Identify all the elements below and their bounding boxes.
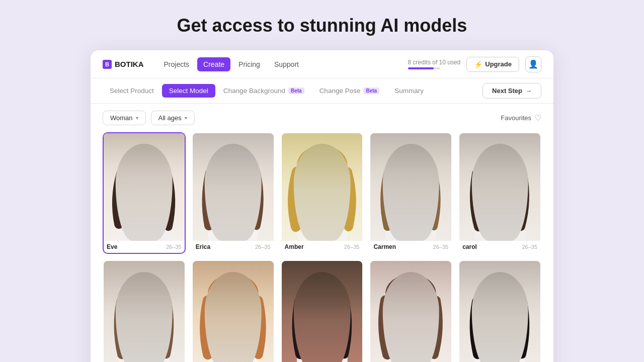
svg-point-29 <box>401 182 405 186</box>
tab-change-background[interactable]: Change Background Beta <box>216 84 311 98</box>
svg-point-6 <box>148 182 155 187</box>
model-card-bar[interactable]: bar 26–35 <box>369 260 452 362</box>
model-img-britta <box>193 261 274 362</box>
models-grid: Eve 26–35 <box>91 132 553 362</box>
model-info-erica: Erica 26–35 <box>193 241 274 253</box>
tab-change-pose-label: Change Pose <box>319 87 361 95</box>
tab-select-product-label: Select Product <box>110 87 154 95</box>
nav-support[interactable]: Support <box>268 57 305 71</box>
logo-icon <box>103 60 112 69</box>
model-img-erica <box>193 133 274 241</box>
nav-projects[interactable]: Projects <box>158 57 196 71</box>
next-step-arrow-icon: → <box>525 87 532 95</box>
model-img-bar <box>370 261 451 362</box>
user-icon-button[interactable]: 👤 <box>525 56 541 72</box>
logo-text: BOTIKA <box>115 60 144 68</box>
svg-point-69 <box>400 310 405 314</box>
svg-point-62 <box>327 309 334 314</box>
svg-point-23 <box>329 182 333 186</box>
model-info-amber: Amber 26–35 <box>282 241 363 253</box>
svg-rect-48 <box>208 332 258 362</box>
model-age-erica: 26–35 <box>255 244 271 250</box>
tab-select-model-label: Select Model <box>169 87 208 95</box>
svg-point-45 <box>134 310 138 314</box>
step-tabs: Select Product Select Model Change Backg… <box>91 78 553 104</box>
age-filter[interactable]: All ages ▾ <box>151 111 195 125</box>
svg-point-15 <box>239 183 243 187</box>
favourites-label: Favourites <box>501 114 531 122</box>
upgrade-icon: ⚡ <box>474 60 482 68</box>
model-card-emma[interactable]: emma 26–35 <box>281 260 364 362</box>
svg-point-55 <box>239 310 244 314</box>
svg-point-51 <box>208 275 258 313</box>
svg-point-28 <box>399 182 407 187</box>
user-icon: 👤 <box>528 59 538 69</box>
portrait-britta <box>193 261 274 362</box>
age-filter-label: All ages <box>158 114 182 122</box>
portrait-carmen <box>370 133 451 241</box>
svg-point-31 <box>417 182 421 186</box>
svg-point-27 <box>388 147 434 184</box>
model-card-erica[interactable]: Erica 26–35 <box>192 132 275 254</box>
nav-create[interactable]: Create <box>197 57 230 71</box>
tab-summary[interactable]: Summary <box>387 84 431 98</box>
model-card-akari[interactable]: akari Curvy 26–35 <box>458 260 541 362</box>
model-card-carol[interactable]: carol 26–35 <box>458 132 541 254</box>
logo: BOTIKA <box>103 60 144 69</box>
svg-point-50 <box>212 287 254 337</box>
gender-filter[interactable]: Woman ▾ <box>103 111 146 125</box>
svg-point-14 <box>237 183 245 188</box>
portrait-ella <box>104 261 185 362</box>
svg-rect-0 <box>119 204 169 241</box>
model-name-carmen: Carmen <box>373 243 396 250</box>
svg-point-75 <box>476 276 523 312</box>
gender-chevron-icon: ▾ <box>136 115 138 121</box>
tab-select-product[interactable]: Select Product <box>103 84 161 98</box>
model-img-ella <box>104 261 185 362</box>
model-img-amber <box>282 133 363 241</box>
model-card-amber[interactable]: Amber 26–35 <box>281 132 364 254</box>
svg-rect-49 <box>225 321 240 335</box>
model-name-amber: Amber <box>285 243 304 250</box>
credits-fill <box>408 67 434 69</box>
tab-change-pose[interactable]: Change Pose Beta <box>312 84 387 98</box>
svg-point-5 <box>134 182 138 186</box>
svg-rect-41 <box>136 321 151 335</box>
svg-rect-40 <box>119 332 169 362</box>
svg-point-2 <box>123 158 165 209</box>
model-card-carmen[interactable]: Carmen 26–35 <box>369 132 452 254</box>
model-img-akari <box>459 261 540 362</box>
gender-filter-label: Woman <box>110 114 133 122</box>
svg-point-60 <box>310 309 317 314</box>
svg-point-58 <box>301 287 343 337</box>
portrait-akari <box>459 261 540 362</box>
model-age-amber: 26–35 <box>344 244 360 250</box>
svg-rect-73 <box>493 321 508 335</box>
tab-select-model[interactable]: Select Model <box>162 84 215 98</box>
model-card-britta[interactable]: britta 26–35 <box>192 260 275 362</box>
upgrade-button[interactable]: ⚡ Upgrade <box>466 57 519 72</box>
nav-pricing[interactable]: Pricing <box>232 57 266 71</box>
next-step-button[interactable]: Next Step → <box>482 83 541 99</box>
favourites-button[interactable]: Favourites ♡ <box>501 113 541 123</box>
nav-right: 8 credits of 10 used ⚡ Upgrade 👤 <box>408 56 541 72</box>
svg-point-44 <box>132 309 139 314</box>
navbar: BOTIKA Projects Create Pricing Support 8… <box>91 50 553 78</box>
svg-point-39 <box>506 182 510 186</box>
svg-rect-56 <box>297 332 347 362</box>
portrait-emma <box>282 261 363 362</box>
model-info-carmen: Carmen 26–35 <box>370 241 451 253</box>
next-step-label: Next Step <box>492 87 522 95</box>
svg-point-35 <box>476 147 523 184</box>
portrait-carol <box>459 133 540 241</box>
svg-point-19 <box>297 145 347 186</box>
model-card-ella[interactable]: ella 26–35 <box>103 260 186 362</box>
credits-info: 8 credits of 10 used <box>408 59 461 69</box>
model-name-carol: carol <box>462 243 477 250</box>
svg-point-79 <box>506 310 511 314</box>
svg-point-26 <box>390 158 432 209</box>
svg-point-68 <box>399 309 406 314</box>
model-card-eve[interactable]: Eve 26–35 <box>103 132 186 254</box>
portrait-bar <box>370 261 451 362</box>
tab-change-background-label: Change Background <box>223 87 285 95</box>
